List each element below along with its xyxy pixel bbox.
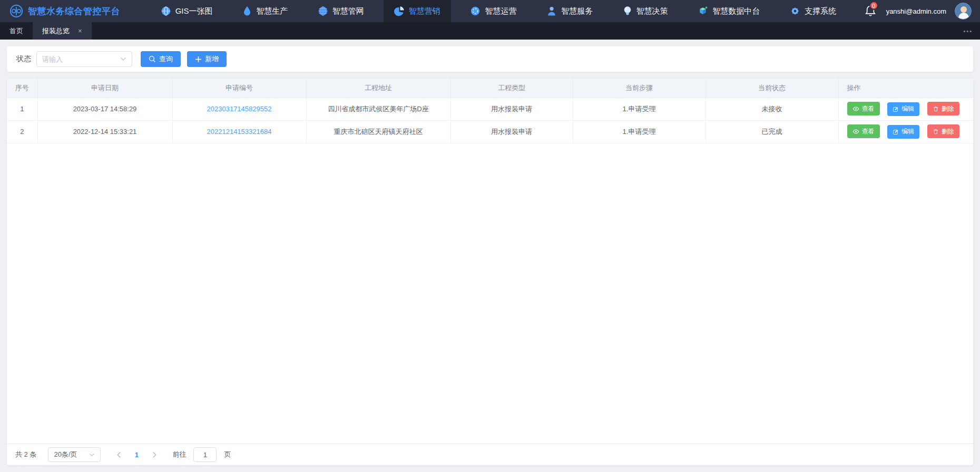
nav-label: GIS一张图 xyxy=(175,6,213,16)
ring-icon xyxy=(470,6,481,16)
plus-icon xyxy=(195,56,202,63)
eye-icon xyxy=(852,128,859,135)
col-app-no: 申请编号 xyxy=(172,79,306,98)
tab-bar: 首页 报装总览 × ••• xyxy=(0,22,980,40)
pie-chart-icon xyxy=(394,6,405,16)
tab-more-icon[interactable]: ••• xyxy=(956,22,980,40)
user-area: 0 yanshi@admin.com xyxy=(856,0,980,22)
logo-icon xyxy=(9,4,23,18)
page-size-select[interactable]: 20条/页 xyxy=(48,447,101,462)
pagination-bar: 共 2 条 20条/页 1 前往 页 xyxy=(7,444,973,465)
prev-page-icon[interactable] xyxy=(111,447,126,462)
nav-item-gis[interactable]: GIS一张图 xyxy=(150,0,223,22)
status-label: 状态 xyxy=(16,54,31,64)
cell-index: 2 xyxy=(7,120,37,143)
page-number[interactable]: 1 xyxy=(129,451,144,459)
search-icon xyxy=(149,55,156,63)
search-button[interactable]: 查询 xyxy=(141,51,181,67)
cell-step: 1.申请受理 xyxy=(573,120,705,143)
cell-address: 重庆市北碚区天府镇天府社区 xyxy=(306,120,450,143)
col-date: 申请日期 xyxy=(37,79,172,98)
nav-label: 智慧决策 xyxy=(636,6,668,16)
trash-icon xyxy=(933,128,939,135)
delete-button[interactable]: 删除 xyxy=(927,124,959,138)
avatar[interactable] xyxy=(955,3,972,20)
col-index: 序号 xyxy=(7,79,37,98)
col-type: 工程类型 xyxy=(450,79,573,98)
status-select-input[interactable] xyxy=(42,55,111,63)
globe-grid-icon xyxy=(318,6,328,16)
goto-label: 前往 xyxy=(172,450,186,459)
tab-baozhuang-overview[interactable]: 报装总览 × xyxy=(33,22,92,40)
chevron-down-icon xyxy=(120,57,126,61)
next-page-icon[interactable] xyxy=(147,447,162,462)
applications-table: 序号 申请日期 申请编号 工程地址 工程类型 当前步骤 当前状态 操作 1 20… xyxy=(7,79,973,143)
nav-item-marketing[interactable]: 智慧营销 xyxy=(384,0,451,22)
cell-date: 2023-03-17 14:58:29 xyxy=(37,98,172,120)
cell-index: 1 xyxy=(7,98,37,120)
nav-label: 智慧服务 xyxy=(561,6,593,16)
cube-icon xyxy=(698,6,708,16)
person-icon xyxy=(546,6,557,16)
col-actions: 操作 xyxy=(838,79,973,98)
tab-label: 首页 xyxy=(9,26,23,36)
col-step: 当前步骤 xyxy=(573,79,705,98)
content-area: 状态 查询 新增 xyxy=(0,40,980,472)
trash-icon xyxy=(933,105,939,112)
delete-button[interactable]: 删除 xyxy=(927,102,959,115)
notification-bell[interactable]: 0 xyxy=(864,4,878,18)
view-button[interactable]: 查看 xyxy=(847,124,880,138)
edit-button[interactable]: 编辑 xyxy=(887,102,919,116)
app-title: 智慧水务综合管控平台 xyxy=(28,5,120,17)
chevron-down-icon xyxy=(89,453,95,457)
applications-table-card: 序号 申请日期 申请编号 工程地址 工程类型 当前步骤 当前状态 操作 1 20… xyxy=(7,79,973,465)
main-nav: GIS一张图 智慧生产 智慧管网 智慧营销 智慧运营 xyxy=(141,0,856,22)
nav-item-data-platform[interactable]: 智慧数据中台 xyxy=(687,0,770,22)
nav-item-support-system[interactable]: 支撑系统 xyxy=(779,0,847,22)
top-navbar: 智慧水务综合管控平台 GIS一张图 智慧生产 智慧管网 智慧营销 xyxy=(0,0,980,22)
nav-item-pipe-network[interactable]: 智慧管网 xyxy=(307,0,375,22)
tab-home[interactable]: 首页 xyxy=(0,22,33,40)
cell-type: 用水报装申请 xyxy=(450,120,573,143)
application-number-link[interactable]: 20230317145829552 xyxy=(207,105,272,113)
bulb-icon xyxy=(623,6,632,16)
nav-item-operation[interactable]: 智慧运营 xyxy=(459,0,527,22)
eye-icon xyxy=(852,105,859,112)
cell-address: 四川省成都市武侯区美年广场D座 xyxy=(306,98,450,120)
cell-status: 未接收 xyxy=(705,98,838,120)
nav-item-service[interactable]: 智慧服务 xyxy=(536,0,603,22)
globe-icon xyxy=(161,6,171,16)
close-icon[interactable]: × xyxy=(78,27,82,34)
add-button[interactable]: 新增 xyxy=(187,51,227,67)
water-drop-icon xyxy=(242,6,252,16)
nav-item-decision[interactable]: 智慧决策 xyxy=(612,0,679,22)
table-header-row: 序号 申请日期 申请编号 工程地址 工程类型 当前步骤 当前状态 操作 xyxy=(7,79,973,98)
cell-date: 2022-12-14 15:33:21 xyxy=(37,120,172,143)
status-select[interactable] xyxy=(36,51,132,67)
table-row: 1 2023-03-17 14:58:29 20230317145829552 … xyxy=(7,98,973,120)
nav-label: 智慧管网 xyxy=(332,6,364,16)
page-suffix: 页 xyxy=(224,450,231,459)
gear-icon xyxy=(790,6,800,16)
col-status: 当前状态 xyxy=(705,79,838,98)
cell-step: 1.申请受理 xyxy=(573,98,705,120)
view-button[interactable]: 查看 xyxy=(847,102,880,115)
cell-type: 用水报装申请 xyxy=(450,98,573,120)
edit-icon xyxy=(893,106,899,112)
nav-label: 智慧营销 xyxy=(409,6,440,16)
table-row: 2 2022-12-14 15:33:21 20221214153321684 … xyxy=(7,120,973,143)
nav-label: 智慧运营 xyxy=(485,6,516,16)
total-count: 共 2 条 xyxy=(15,450,36,459)
brand: 智慧水务综合管控平台 xyxy=(0,0,141,22)
nav-item-production[interactable]: 智慧生产 xyxy=(232,0,298,22)
edit-icon xyxy=(893,129,899,135)
nav-label: 智慧生产 xyxy=(256,6,288,16)
filter-bar: 状态 查询 新增 xyxy=(7,46,973,72)
cell-status: 已完成 xyxy=(705,120,838,143)
edit-button[interactable]: 编辑 xyxy=(887,125,919,139)
tab-label: 报装总览 xyxy=(42,26,70,36)
application-number-link[interactable]: 20221214153321684 xyxy=(207,128,272,136)
goto-page-input[interactable] xyxy=(193,447,217,462)
user-email: yanshi@admin.com xyxy=(886,7,946,15)
notification-badge: 0 xyxy=(869,1,878,10)
